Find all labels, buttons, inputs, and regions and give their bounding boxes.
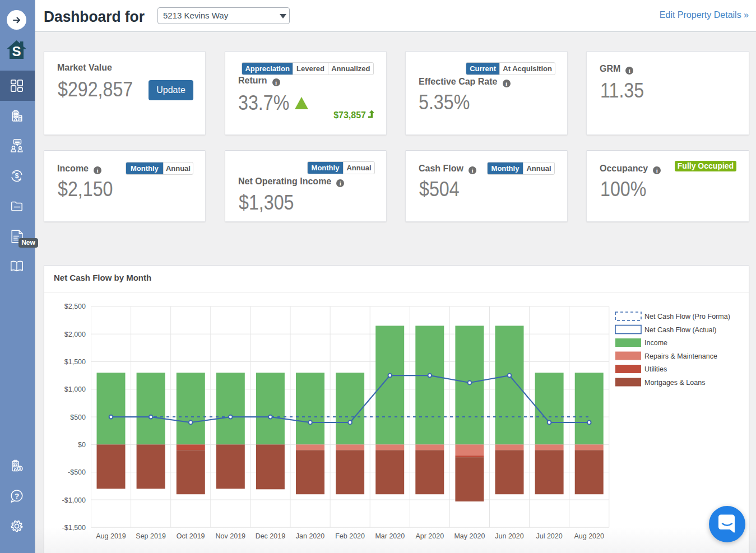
svg-text:Dec 2019: Dec 2019 (256, 532, 286, 540)
svg-text:Jul 2020: Jul 2020 (536, 532, 562, 540)
svg-text:$1,500: $1,500 (64, 358, 86, 366)
svg-text:-$1,500: -$1,500 (62, 524, 86, 532)
svg-text:$1,000: $1,000 (64, 385, 86, 393)
svg-text:Sep 2019: Sep 2019 (136, 532, 166, 540)
svg-text:Mar 2020: Mar 2020 (375, 532, 405, 540)
svg-text:Aug 2019: Aug 2019 (96, 532, 126, 540)
svg-text:$: $ (15, 172, 19, 180)
svg-text:Jun 2020: Jun 2020 (495, 532, 523, 540)
svg-text:Repairs & Maintenance: Repairs & Maintenance (644, 352, 717, 360)
svg-text:Feb 2020: Feb 2020 (335, 532, 365, 540)
svg-text:Aug 2020: Aug 2020 (574, 532, 604, 540)
svg-text:Net Cash Flow (Actual): Net Cash Flow (Actual) (644, 326, 717, 334)
svg-text:Nov 2019: Nov 2019 (216, 532, 246, 540)
svg-text:Utilities: Utilities (644, 365, 667, 373)
svg-text:?: ? (15, 492, 19, 500)
svg-text:$500: $500 (70, 413, 86, 421)
svg-text:Jan 2020: Jan 2020 (296, 532, 324, 540)
svg-text:$2,500: $2,500 (64, 303, 86, 310)
svg-text:$0: $0 (78, 441, 86, 449)
svg-text:-$500: -$500 (68, 468, 86, 476)
svg-text:Net Cash Flow (Pro Forma): Net Cash Flow (Pro Forma) (644, 313, 730, 320)
svg-text:Mortgages & Loans: Mortgages & Loans (644, 379, 705, 387)
svg-text:S: S (12, 44, 21, 59)
svg-text:-$1,000: -$1,000 (62, 496, 86, 504)
svg-text:$: $ (18, 466, 21, 471)
svg-text:May 2020: May 2020 (454, 532, 485, 540)
svg-text:Apr 2020: Apr 2020 (415, 532, 444, 540)
svg-text:$2,000: $2,000 (64, 331, 86, 338)
svg-text:Income: Income (644, 339, 667, 347)
svg-text:Oct 2019: Oct 2019 (177, 532, 205, 540)
